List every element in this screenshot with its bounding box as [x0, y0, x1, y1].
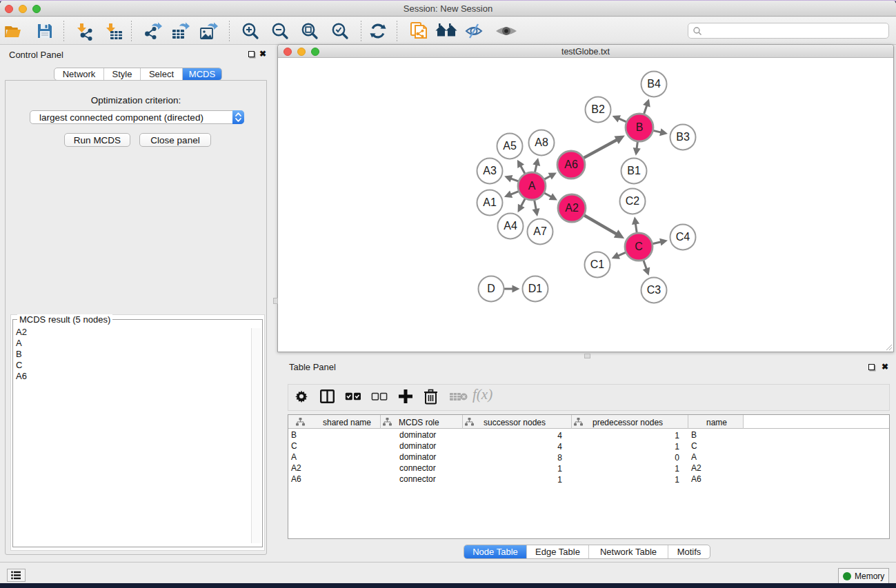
svg-text:D1: D1: [528, 283, 543, 294]
svg-text:B: B: [636, 121, 644, 133]
svg-text:C2: C2: [626, 195, 640, 207]
svg-text:B4: B4: [647, 78, 661, 90]
svg-text:A3: A3: [483, 165, 497, 176]
svg-text:B3: B3: [676, 131, 690, 143]
svg-text:C1: C1: [590, 258, 605, 270]
svg-text:A8: A8: [535, 136, 548, 148]
svg-text:C4: C4: [676, 231, 690, 243]
svg-text:A6: A6: [564, 159, 578, 170]
svg-text:A2: A2: [565, 202, 579, 214]
svg-text:C: C: [635, 241, 643, 252]
svg-text:B2: B2: [591, 103, 605, 115]
svg-text:C3: C3: [647, 284, 661, 296]
svg-text:A4: A4: [504, 220, 517, 232]
svg-text:A1: A1: [483, 196, 497, 208]
svg-text:A: A: [528, 180, 536, 192]
svg-text:A7: A7: [533, 225, 547, 237]
svg-text:A5: A5: [503, 140, 517, 152]
svg-text:D: D: [487, 283, 495, 294]
svg-text:B1: B1: [627, 165, 641, 176]
